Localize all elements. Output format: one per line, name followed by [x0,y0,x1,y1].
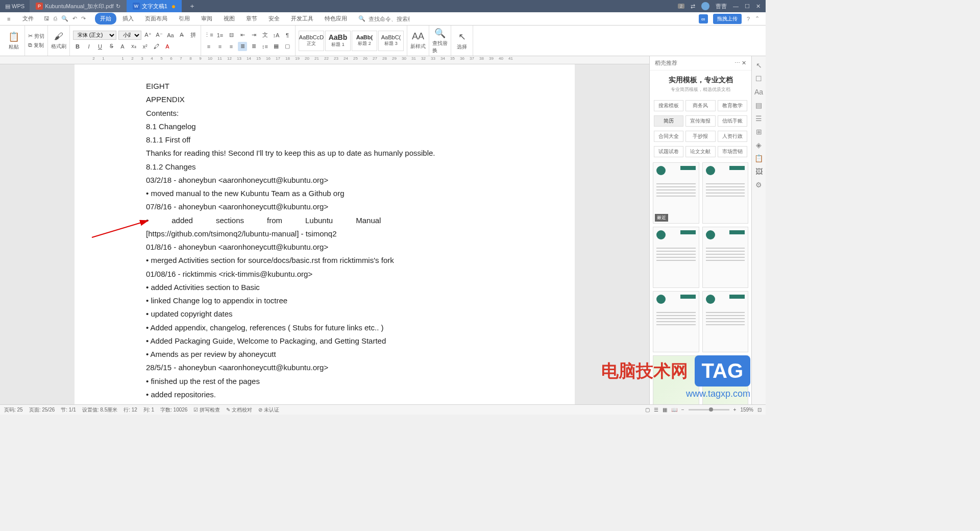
select-tool-icon[interactable]: ☐ [755,75,762,83]
cursor-tool-icon[interactable]: ↖ [756,61,762,69]
select-button[interactable]: ↖ 选择 [454,31,470,51]
borders-icon[interactable]: ▢ [283,42,292,51]
bookmark-icon[interactable]: ⊞ [756,128,762,136]
clear-format-icon[interactable]: A̶ [177,31,186,40]
object-icon[interactable]: ◈ [756,141,762,149]
style-heading3[interactable]: AaBbC(标题 3 [378,31,404,51]
paste-button[interactable]: 📋 粘贴 [6,31,21,51]
ribbon-tab-devtools[interactable]: 开发工具 [286,13,318,25]
new-tab-button[interactable]: ＋ [182,2,203,11]
upload-button[interactable]: 拖拽上传 [713,14,742,24]
status-page-count[interactable]: 页面: 25/26 [29,406,55,414]
subscript-icon[interactable]: x₂ [129,42,138,51]
style-normal[interactable]: AaBbCcD正文 [299,31,324,51]
tab-pdf[interactable]: P KubuntuManual_加水印.pdf ↻ [30,0,127,12]
save-icon[interactable]: 🖫 [44,15,50,22]
font-color-icon[interactable]: A [163,42,172,51]
user-avatar[interactable] [701,2,709,10]
horizontal-ruler[interactable]: 21 1234567891011121314151617181920212223… [0,56,649,64]
filter-chip[interactable]: 试题试卷 [654,146,683,157]
zoom-in-icon[interactable]: + [733,407,737,413]
new-style-button[interactable]: AA 新样式 [410,31,426,50]
italic-button[interactable]: I [84,42,93,51]
redo-icon[interactable]: ↷ [81,15,86,22]
format-painter-button[interactable]: 🖌 格式刷 [51,31,66,50]
search-input[interactable] [369,16,409,22]
template-item[interactable]: 最近 [653,162,699,224]
zoom-slider[interactable] [689,409,729,411]
font-family-select[interactable]: 宋体 (正文) [73,31,116,40]
notification-badge[interactable]: 2 [678,4,684,9]
font-effects-icon[interactable]: A [118,42,127,51]
multilevel-list-icon[interactable]: ⊟ [227,31,236,40]
menu-hamburger-icon[interactable]: ≡ [2,15,15,23]
template-item[interactable] [653,355,699,404]
shading-icon[interactable]: ▦ [272,42,281,51]
ribbon-tab-view[interactable]: 视图 [218,13,240,25]
show-marks-icon[interactable]: ¶ [283,31,292,40]
align-distribute-icon[interactable]: ≣ [249,42,258,51]
image-tool-icon[interactable]: 🖼 [755,167,763,176]
minimize-icon[interactable]: — [733,3,739,9]
shrink-font-icon[interactable]: A⁻ [155,31,164,40]
status-unauth[interactable]: ⊘ 未认证 [258,406,279,414]
highlight-icon[interactable]: 🖍 [152,42,161,51]
ribbon-tab-chapter[interactable]: 章节 [241,13,262,25]
filter-chip[interactable]: 宣传海报 [685,115,715,127]
filter-chip[interactable]: 论文文献 [685,146,715,157]
filter-chip[interactable]: 信纸手账 [718,115,747,127]
align-right-icon[interactable]: ≡ [227,42,236,51]
undo-icon[interactable]: ↶ [72,15,77,22]
filter-chip[interactable]: 搜索模板 [654,100,683,111]
fit-page-icon[interactable]: ⊡ [757,407,762,413]
tab-refresh-icon[interactable]: ↻ [116,3,120,10]
clipboard-icon[interactable]: 📋 [754,154,763,162]
find-replace-button[interactable]: 🔍 查找替换 [432,28,448,54]
style-heading1[interactable]: AaBb标题 1 [325,31,351,51]
print-icon[interactable]: ⎙ [54,15,57,22]
style-heading2[interactable]: AaBb(标题 2 [352,31,377,51]
line-spacing-icon[interactable]: ↕≡ [260,42,270,51]
align-center-icon[interactable]: ≡ [215,42,225,51]
strike-button[interactable]: S̶ [107,42,116,51]
panel-options-icon[interactable]: ⋯ ✕ [734,60,746,66]
filter-chip[interactable]: 手抄报 [685,131,715,142]
template-item[interactable] [702,227,749,288]
sort-icon[interactable]: ↕A [272,31,281,40]
template-item[interactable] [702,291,749,352]
settings-gear-icon[interactable]: ⚙ [755,181,762,189]
filter-chip[interactable]: 市场营销 [718,146,747,157]
filter-chip[interactable]: 简历 [654,115,683,127]
status-proofing[interactable]: ✎ 文档校对 [226,406,252,414]
superscript-icon[interactable]: x² [140,42,150,51]
document-area[interactable]: 21 1234567891011121314151617181920212223… [0,56,649,404]
zoom-level[interactable]: 159% [740,407,753,413]
status-page-num[interactable]: 页码: 25 [4,406,23,414]
command-search[interactable]: 🔍 [358,15,409,22]
view-outline-icon[interactable]: ☰ [654,407,658,413]
nav-pane-icon[interactable]: ▤ [755,101,762,109]
filter-chip[interactable]: 商务风 [685,100,715,111]
properties-icon[interactable]: ☰ [755,114,762,123]
collapse-ribbon-icon[interactable]: ⌃ [755,15,760,22]
change-case-icon[interactable]: Aa [166,31,175,40]
ribbon-tab-layout[interactable]: 页面布局 [140,13,173,25]
grow-font-icon[interactable]: A⁺ [143,31,153,40]
template-item[interactable] [653,227,699,288]
close-window-icon[interactable]: ✕ [756,3,761,10]
tab-doc-active[interactable]: W 文字文稿1 ● [127,0,182,12]
switch-icon[interactable]: ⇄ [691,3,695,10]
text-direction-icon[interactable]: 文 [260,31,270,40]
view-read-icon[interactable]: 📖 [671,407,677,413]
cut-button[interactable]: ✂剪切 [28,33,44,40]
font-size-select[interactable]: 小四 [118,31,141,40]
preview-icon[interactable]: 🔍 [61,15,68,22]
help-icon[interactable]: ? [747,16,750,22]
file-menu[interactable]: 文件 [17,14,39,23]
template-item[interactable] [702,162,749,224]
view-mode-icon[interactable]: ▢ [645,407,650,413]
style-pane-icon[interactable]: Aa [754,88,763,96]
bullet-list-icon[interactable]: ⋮≡ [204,31,213,40]
ribbon-tab-security[interactable]: 安全 [263,13,285,25]
filter-chip[interactable]: 人资行政 [718,131,747,142]
